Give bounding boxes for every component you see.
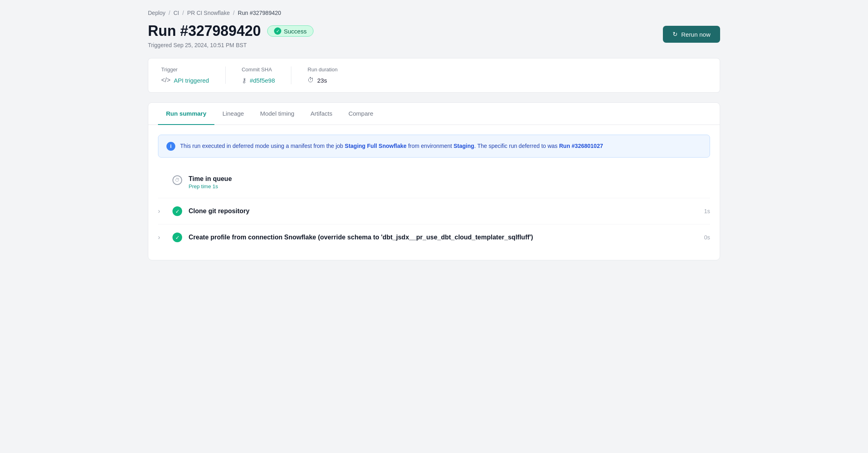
duration-label: Run duration <box>307 66 337 73</box>
step-success-icon-1: ✓ <box>172 206 182 216</box>
step-clone-info: Clone git repository <box>189 208 691 215</box>
clock-icon: ⏱ <box>307 77 314 84</box>
clock-status-icon: ⏱ <box>172 175 182 185</box>
step-success-icon-2: ✓ <box>172 233 182 242</box>
commit-label: Commit SHA <box>242 66 275 73</box>
prep-time-link[interactable]: Prep time 1s <box>189 183 218 189</box>
step-clone-title: Clone git repository <box>189 208 691 215</box>
breadcrumb-current: Run #327989420 <box>238 10 281 16</box>
steps-container: ⏱ Time in queue Prep time 1s › ✓ Clone g… <box>148 167 720 260</box>
code-icon: </> <box>161 77 170 84</box>
step-profile-info: Create profile from connection Snowflake… <box>189 234 691 241</box>
tab-lineage[interactable]: Lineage <box>214 103 252 125</box>
key-icon: ⚷ <box>242 77 247 84</box>
step-clone-git: › ✓ Clone git repository 1s <box>158 198 710 224</box>
step-profile-title: Create profile from connection Snowflake… <box>189 234 691 241</box>
breadcrumb-deploy[interactable]: Deploy <box>148 10 166 16</box>
run-title-group: Run #327989420 ✓ Success Triggered Sep 2… <box>148 23 314 48</box>
staging-full-snowflake-link[interactable]: Staging Full Snowflake <box>345 143 407 149</box>
tab-model-timing[interactable]: Model timing <box>252 103 302 125</box>
step-queue-title: Time in queue <box>189 175 691 183</box>
step-expand-1[interactable]: › <box>158 208 166 215</box>
info-text: This run executed in deferred mode using… <box>180 141 603 150</box>
staging-link[interactable]: Staging <box>454 143 474 149</box>
run-triggered: Triggered Sep 25, 2024, 10:51 PM BST <box>148 42 314 48</box>
run-header: Run #327989420 ✓ Success Triggered Sep 2… <box>148 23 720 48</box>
step-clone-duration: 1s <box>698 208 710 214</box>
breadcrumb-ci[interactable]: CI <box>173 10 179 16</box>
info-banner: i This run executed in deferred mode usi… <box>158 135 710 158</box>
duration-value: 23s <box>317 77 327 84</box>
trigger-label: Trigger <box>161 66 209 73</box>
breadcrumb-sep-3: / <box>233 10 235 16</box>
tabs: Run summary Lineage Model timing Artifac… <box>148 103 720 125</box>
success-label: Success <box>284 28 307 35</box>
breadcrumb-pr-ci[interactable]: PR CI Snowflake <box>187 10 230 16</box>
meta-duration: Run duration ⏱ 23s <box>307 66 353 84</box>
rerun-icon: ↻ <box>673 31 678 38</box>
meta-commit: Commit SHA ⚷ #d5f5e98 <box>242 66 292 84</box>
meta-row: Trigger </> API triggered Commit SHA ⚷ #… <box>148 58 720 93</box>
step-queue-info: Time in queue Prep time 1s <box>189 175 691 190</box>
main-card: Run summary Lineage Model timing Artifac… <box>148 102 720 260</box>
info-icon: i <box>166 142 175 151</box>
step-time-queue: ⏱ Time in queue Prep time 1s <box>158 167 710 198</box>
step-profile-duration: 0s <box>698 234 710 241</box>
breadcrumb-sep-1: / <box>169 10 170 16</box>
commit-value-row: ⚷ #d5f5e98 <box>242 77 275 84</box>
rerun-label: Rerun now <box>681 31 710 38</box>
trigger-value-row: </> API triggered <box>161 77 209 84</box>
check-circle-icon: ✓ <box>274 27 281 35</box>
commit-sha-link[interactable]: #d5f5e98 <box>250 77 275 84</box>
run-title-row: Run #327989420 ✓ Success <box>148 23 314 39</box>
breadcrumb-sep-2: / <box>182 10 184 16</box>
success-badge: ✓ Success <box>267 25 314 37</box>
breadcrumb: Deploy / CI / PR CI Snowflake / Run #327… <box>148 10 720 16</box>
tab-run-summary[interactable]: Run summary <box>158 103 214 125</box>
tab-artifacts[interactable]: Artifacts <box>302 103 340 125</box>
step-expand-2[interactable]: › <box>158 234 166 241</box>
duration-value-row: ⏱ 23s <box>307 77 337 84</box>
tab-compare[interactable]: Compare <box>341 103 382 125</box>
api-triggered-link[interactable]: API triggered <box>174 77 209 84</box>
run-deferred-link[interactable]: Run #326801027 <box>559 143 603 149</box>
step-create-profile: › ✓ Create profile from connection Snowf… <box>158 224 710 250</box>
meta-trigger: Trigger </> API triggered <box>161 66 226 84</box>
rerun-button[interactable]: ↻ Rerun now <box>663 26 720 43</box>
run-title: Run #327989420 <box>148 23 261 39</box>
